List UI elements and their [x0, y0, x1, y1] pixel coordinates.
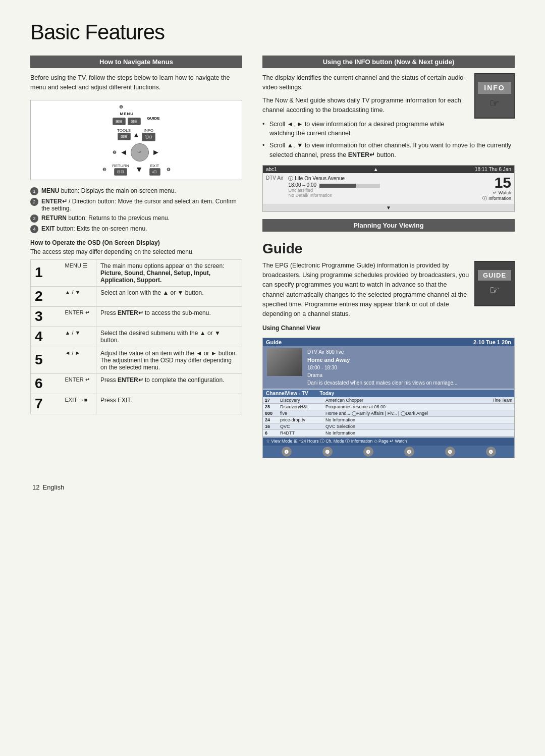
osd-step-2: 2 ▲ / ▼ Select an icon with the ▲ or ▼ b… — [31, 286, 242, 306]
menu-item-3: 3 RETURN button: Returns to the previous… — [30, 214, 242, 223]
diagram-label-1: ❶ — [119, 104, 123, 110]
btn-info1: ⓘ⊟ — [142, 133, 155, 141]
osd-step-1: 1 MENU ☰ The main menu options appear on… — [31, 259, 242, 286]
planning-header: Planning Your Viewing — [262, 219, 515, 232]
epg-ch-prog-6: No Information — [325, 430, 472, 436]
step-key-1: MENU ☰ — [61, 259, 96, 286]
step-desc-6: Press ENTER↵ to complete the configurati… — [96, 373, 242, 394]
info-header: Using the INFO button (Now & Next guide) — [262, 56, 515, 68]
guide-finger-icon: ☞ — [489, 284, 500, 297]
btn-return: ⊟⊡ — [114, 168, 127, 176]
epg-header-right: 2-10 Tue 1 20n — [473, 339, 511, 345]
page-number-section: 12English — [30, 478, 515, 493]
epg-footer-nums: ❶ ❷ ❸ ❹ ❺ ❻ — [263, 446, 514, 458]
epg-header-left: Guide — [266, 339, 282, 345]
epg-footer-num-3: ❸ — [363, 447, 373, 457]
step-desc-7: Press EXIT. — [96, 394, 242, 414]
osd-step-4: 4 ▲ / ▼ Select the desired submenu with … — [31, 327, 242, 347]
epg-ch-row-5: 16 QVC QVC Selection — [263, 423, 514, 430]
step-num-6: 6 — [35, 375, 43, 391]
epg-ch-num-3: 800 — [265, 411, 280, 416]
step-key-4: ▲ / ▼ — [61, 327, 96, 347]
menu-item-3-text: RETURN button: Returns to the previous m… — [41, 214, 170, 222]
epg-ch-name-4: price-drop.tv — [280, 417, 325, 422]
guide-button-image: GUIDE ☞ — [474, 261, 515, 306]
epg-ch-name-1: Discovery — [280, 398, 325, 403]
page-number: 12 — [32, 483, 39, 491]
epg-footer-num-4: ❹ — [404, 447, 414, 457]
step-desc-2: Select an icon with the ▲ or ▼ button. — [96, 286, 242, 306]
step-desc-1: The main menu options appear on the scre… — [96, 259, 242, 286]
epg-footer-num-5: ❺ — [445, 447, 455, 457]
info-bullet-1: Scroll ◄, ► to view information for a de… — [262, 120, 515, 139]
step-desc-4: Select the desired submenu with the ▲ or… — [96, 327, 242, 347]
epg-box: Guide 2-10 Tue 1 20n DTV Air 800 five Ho… — [262, 338, 515, 459]
epg-prog-detail: DTV Air 800 five Home and Away 18:00 - 1… — [307, 348, 457, 387]
num-circle-1: 1 — [30, 187, 38, 195]
channel-date-top: 18:11 Thu 6 Jan — [475, 167, 511, 172]
epg-ch-num-1: 27 — [265, 398, 280, 403]
channel-info-bottom-arrow: ▼ — [263, 204, 514, 211]
menu-item-1-text: MENU button: Displays the main on-screen… — [41, 187, 176, 194]
epg-ch-row-3: 800 five Home and... ◯Family Affairs | F… — [263, 410, 514, 417]
step-num-3: 3 — [35, 308, 43, 324]
channel-info-box: abc1 ▲ 18:11 Thu 6 Jan DTV Air ⓘ Life On… — [262, 165, 515, 212]
epg-channel-view-label: ChannelView - TV — [266, 391, 308, 396]
epg-top-program: DTV Air 800 five Home and Away 18:00 - 1… — [263, 346, 514, 389]
epg-footer-num-1: ❶ — [282, 447, 292, 457]
osd-step-3: 3 ENTER ↵ Press ENTER↵ to access the sub… — [31, 306, 242, 327]
menu-item-4: 4 EXIT button: Exits the on-screen menu. — [30, 225, 242, 233]
step-num-7: 7 — [35, 396, 43, 411]
info-bullets: Scroll ◄, ► to view information for a de… — [262, 120, 515, 160]
menu-items-list: 1 MENU button: Displays the main on-scre… — [30, 187, 242, 233]
epg-ch-prog-4: No Information — [325, 417, 472, 422]
epg-ch-name-3: five — [280, 411, 325, 416]
epg-prog-title: Home and Away — [307, 356, 457, 364]
channel-info-top: abc1 ▲ 18:11 Thu 6 Jan — [263, 166, 514, 173]
osd-step-6: 6 ENTER ↵ Press ENTER↵ to complete the c… — [31, 373, 242, 394]
menu-item-4-text: EXIT button: Exits the on-screen menu. — [41, 225, 147, 232]
channel-watch: ↵ Watch — [482, 190, 511, 195]
osd-subheader: How to Operate the OSD (On Screen Displa… — [30, 239, 242, 246]
using-channel-view: Using Channel View — [262, 325, 515, 332]
progress-bar — [319, 184, 380, 188]
osd-step-5: 5 ◄ / ► Adjust the value of an item with… — [31, 347, 242, 373]
step-num-1: 1 — [35, 264, 43, 280]
step-key-6: ENTER ↵ — [61, 373, 96, 394]
guide-button-label: GUIDE — [478, 270, 511, 281]
epg-prog-time: 18:00 - 18:30 — [307, 364, 457, 371]
channel-name-top: abc1 — [266, 167, 277, 172]
epg-footer-num-6: ❻ — [486, 447, 496, 457]
progress-bar-fill — [319, 184, 356, 188]
epg-footer-text: ☆ View Mode ⊞ +24 Hours ⓘ Ch. Mode ⓘ Inf… — [266, 439, 407, 445]
epg-ch-row-1: 27 Discovery American Chopper Tine Team — [263, 397, 514, 404]
channel-information: ⓘ Information — [482, 195, 511, 202]
epg-ch-header: ChannelView - TV Today — [263, 390, 514, 397]
step-key-2: ▲ / ▼ — [61, 286, 96, 306]
channel-time-top: ▲ — [373, 167, 378, 172]
page-language: English — [42, 483, 64, 491]
epg-ch-row-2: 28 DiscoveryH&L Programmes resume at 06:… — [263, 404, 514, 410]
num-circle-2: 2 — [30, 198, 38, 206]
menu-item-2-text: ENTER↵ / Direction button: Move the curs… — [41, 198, 242, 212]
step-num-4: 4 — [35, 329, 43, 344]
channel-classification: Unclassified — [288, 188, 477, 193]
step-num-5: 5 — [35, 352, 43, 367]
btn-icon2: ⊡⊞ — [128, 118, 141, 125]
navigate-intro: Before using the TV, follow the steps be… — [30, 73, 242, 93]
epg-ch-prog-5: QVC Selection — [325, 424, 472, 429]
epg-date-label: Today — [320, 391, 335, 396]
epg-prog-channel: DTV Air 800 five — [307, 348, 457, 356]
epg-prog-genre: Drama — [307, 371, 457, 379]
osd-step-7: 7 EXIT →■ Press EXIT. — [31, 394, 242, 414]
page-title: Basic Features — [30, 20, 515, 44]
channel-time-range: 18:00 – 0:00 — [288, 182, 316, 188]
menu-item-1: 1 MENU button: Displays the main on-scre… — [30, 187, 242, 195]
epg-ch-num-2: 28 — [265, 404, 280, 409]
btn-exit: •⊡ — [149, 168, 160, 176]
guide-section: Guide GUIDE ☞ The EPG (Electronic Progra… — [262, 241, 515, 459]
step-desc-3: Press ENTER↵ to access the sub-menu. — [96, 306, 242, 327]
epg-ch-prog-1: American Chopper — [325, 398, 472, 403]
info-bullet-2: Scroll ▲, ▼ to view information for othe… — [262, 141, 515, 160]
channel-time-row: 18:00 – 0:00 — [288, 182, 477, 188]
